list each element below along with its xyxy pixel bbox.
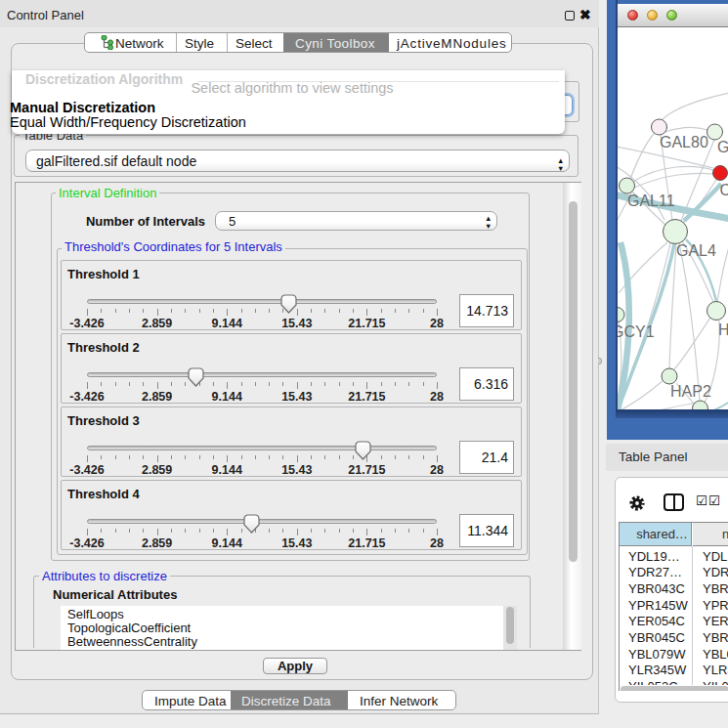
svg-text:GAL2: GAL2: [717, 139, 728, 155]
svg-text:GAL11: GAL11: [627, 193, 675, 209]
svg-text:HIS4: HIS4: [718, 321, 728, 338]
svg-text:GCY1: GCY1: [618, 323, 655, 340]
svg-text:GAL4: GAL4: [676, 242, 716, 259]
svg-text:GAL80: GAL80: [660, 134, 708, 150]
svg-text:CYC8: CYC8: [720, 182, 728, 198]
svg-text:HAP2: HAP2: [670, 383, 711, 400]
